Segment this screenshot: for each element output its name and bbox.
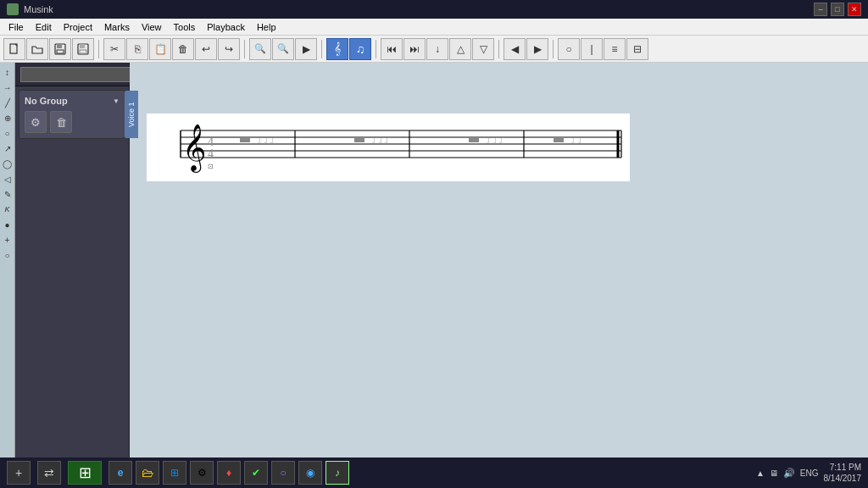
play-button[interactable]: ▶ <box>295 38 317 60</box>
main-area: ↕ → ╱ ⊕ ○ ↗ ◯ ◁ ✎ K ● + ○ + ✕ No Group ▼… <box>0 63 868 458</box>
tool-curve[interactable]: ↗ <box>2 142 14 154</box>
svg-text:♩ ♩ ♩: ♩ ♩ ♩ <box>257 136 274 146</box>
tool-arrow[interactable]: → <box>2 81 14 93</box>
app-musink-active[interactable]: ♪ <box>326 461 349 485</box>
title-bar: Musink – □ ✕ <box>0 0 868 19</box>
track-group-dropdown-icon[interactable]: ▼ <box>113 97 120 105</box>
paste-button[interactable]: 📋 <box>149 38 171 60</box>
menu-tools[interactable]: Tools <box>169 21 201 33</box>
svg-text:⊡: ⊡ <box>208 163 214 170</box>
app-check[interactable]: ✔ <box>244 461 268 485</box>
save-button[interactable] <box>49 38 71 60</box>
menu-edit[interactable]: Edit <box>31 21 57 33</box>
misc-lines[interactable]: ≡ <box>604 38 626 60</box>
tray-up-icon[interactable]: ▲ <box>756 469 765 478</box>
svg-text:♩ ♩: ♩ ♩ <box>570 136 581 146</box>
menu-project[interactable]: Project <box>58 21 97 33</box>
app-red[interactable]: ♦ <box>217 461 241 485</box>
tool-empty-circle[interactable]: ○ <box>2 249 14 261</box>
taskbar-swap-button[interactable]: ⇄ <box>37 461 61 485</box>
clock-time: 7:11 PM <box>824 462 862 473</box>
misc-circle[interactable]: ○ <box>558 38 580 60</box>
toolbar-view-group: ◀ ▶ <box>504 38 548 60</box>
view-prev[interactable]: ◀ <box>504 38 526 60</box>
tray-network-icon: 🖥 <box>770 469 778 478</box>
misc-bar[interactable]: | <box>581 38 603 60</box>
playback-mode-btn1[interactable]: 𝄞 <box>326 38 348 60</box>
tray-volume-icon[interactable]: 🔊 <box>783 468 795 479</box>
taskbar-apps: e 🗁 ⊞ ⚙ ♦ ✔ ○ ◉ ♪ <box>108 461 349 485</box>
app-blue[interactable]: ◉ <box>298 461 322 485</box>
transport-ff[interactable]: ⏭ <box>403 38 426 60</box>
svg-rect-2 <box>57 44 62 48</box>
track-search-input[interactable] <box>20 67 136 82</box>
transport-up[interactable]: △ <box>449 38 471 60</box>
track-settings-button[interactable]: ⚙ <box>25 111 47 133</box>
app-store[interactable]: ⊞ <box>163 461 186 485</box>
svg-rect-5 <box>80 44 85 48</box>
left-toolstrip: ↕ → ╱ ⊕ ○ ↗ ◯ ◁ ✎ K ● + ○ <box>0 63 15 458</box>
tool-edit[interactable]: ✎ <box>2 188 14 200</box>
save-as-button[interactable] <box>72 38 94 60</box>
taskbar-add-button[interactable]: + <box>7 461 31 485</box>
svg-rect-0 <box>10 44 17 53</box>
tool-k[interactable]: K <box>2 203 14 215</box>
playback-mode-btn2[interactable]: ♫ <box>349 38 371 60</box>
menu-marks[interactable]: Marks <box>99 21 135 33</box>
tool-pointer[interactable]: ↕ <box>2 66 14 78</box>
redo-button[interactable]: ↪ <box>218 38 240 60</box>
close-button[interactable]: ✕ <box>848 3 861 16</box>
sep1 <box>98 40 99 58</box>
app-circle[interactable]: ○ <box>271 461 295 485</box>
tool-plus[interactable]: + <box>2 234 14 246</box>
svg-text:𝄞: 𝄞 <box>182 124 206 173</box>
menu-bar: File Edit Project Marks View Tools Playb… <box>0 19 868 36</box>
undo-button[interactable]: ↩ <box>195 38 217 60</box>
cut-button[interactable]: ✂ <box>103 38 125 60</box>
app-settings[interactable]: ⚙ <box>190 461 214 485</box>
score-area[interactable]: 𝄞 4 4 ♩ ♩ ♩ ♩ ♩ ♩ ♩ ♩ ♩ ♩ ♩ <box>130 63 868 458</box>
system-tray: ▲ 🖥 🔊 ENG 7:11 PM 8/14/2017 <box>756 462 861 484</box>
menu-help[interactable]: Help <box>252 21 281 33</box>
tool-add[interactable]: ⊕ <box>2 112 14 124</box>
tool-pencil[interactable]: ╱ <box>2 97 14 108</box>
music-staff: 𝄞 4 4 ♩ ♩ ♩ ♩ ♩ ♩ ♩ ♩ ♩ ♩ ♩ <box>147 114 630 181</box>
transport-rewind[interactable]: ⏮ <box>381 38 403 60</box>
clock-display: 7:11 PM 8/14/2017 <box>824 462 862 484</box>
window-title: Musink <box>24 4 53 14</box>
delete-button[interactable]: 🗑 <box>172 38 194 60</box>
start-button[interactable]: ⊞ <box>68 461 102 485</box>
menu-file[interactable]: File <box>3 21 29 33</box>
open-button[interactable] <box>26 38 48 60</box>
clock-date: 8/14/2017 <box>824 473 862 484</box>
svg-rect-6 <box>80 50 86 53</box>
track-group-row: No Group ▼ <box>25 96 120 106</box>
tool-circle[interactable]: ○ <box>2 127 14 139</box>
transport-down[interactable]: ↓ <box>426 38 448 60</box>
tool-ring[interactable]: ◯ <box>2 158 14 169</box>
sep6 <box>553 40 554 58</box>
zoom-in-button[interactable]: 🔍 <box>272 38 294 60</box>
track-delete-button[interactable]: 🗑 <box>50 111 72 133</box>
menu-view[interactable]: View <box>136 21 167 33</box>
zoom-out-button[interactable]: 🔍 <box>249 38 271 60</box>
menu-playback[interactable]: Playback <box>202 21 250 33</box>
tool-dot[interactable]: ● <box>2 219 14 230</box>
svg-rect-25 <box>469 137 479 142</box>
toolbar-zoom-group: 🔍 🔍 ▶ <box>249 38 317 60</box>
svg-text:4: 4 <box>208 147 214 160</box>
minimize-button[interactable]: – <box>814 3 827 16</box>
svg-rect-27 <box>554 137 564 142</box>
maximize-button[interactable]: □ <box>831 3 844 16</box>
app-explorer[interactable]: 🗁 <box>136 461 159 485</box>
voice-label: Voice 1 <box>125 91 138 138</box>
view-next[interactable]: ▶ <box>526 38 548 60</box>
tool-back[interactable]: ◁ <box>2 173 14 185</box>
taskbar-left: + ⇄ ⊞ e 🗁 ⊞ ⚙ ♦ ✔ ○ ◉ ♪ <box>7 461 349 485</box>
new-button[interactable] <box>3 38 25 60</box>
misc-box[interactable]: ⊟ <box>626 38 648 60</box>
copy-button[interactable]: ⎘ <box>126 38 148 60</box>
transport-down2[interactable]: ▽ <box>472 38 494 60</box>
sep4 <box>376 40 376 58</box>
app-edge[interactable]: e <box>108 461 132 485</box>
